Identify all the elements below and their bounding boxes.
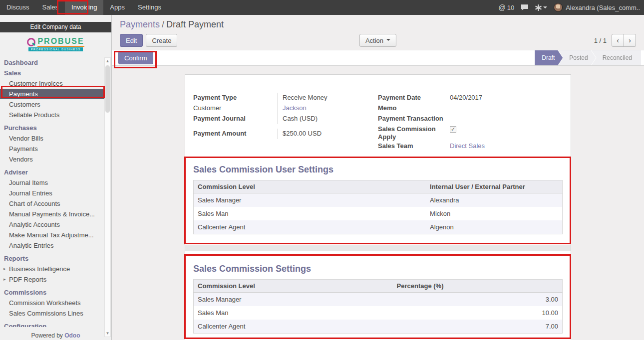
breadcrumb-separator: /: [162, 19, 164, 29]
edit-company-button[interactable]: Edit Company data: [0, 22, 111, 32]
chevron-down-icon: [543, 6, 547, 10]
state-draft[interactable]: Draft: [535, 50, 563, 65]
sidebar-item-pdf-reports[interactable]: ▸ PDF Reports: [0, 274, 104, 285]
payment-transaction-value: [448, 114, 563, 124]
sidebar-item-manual-tax-adjustment[interactable]: Make Manual Tax Adjustme...: [0, 230, 104, 240]
commission-settings-table: Commission Level Percentage (%) Sales Ma…: [193, 279, 563, 334]
table-row[interactable]: Sales Manager 3.00: [194, 293, 563, 307]
confirm-button[interactable]: Confirm: [118, 51, 153, 64]
cell-percentage: 3.00: [393, 293, 563, 307]
powered-by: Powered by Odoo: [0, 332, 111, 339]
sales-team-link[interactable]: Direct Sales: [450, 142, 485, 150]
sidebar-heading-purchases[interactable]: Purchases: [0, 123, 104, 133]
sidebar-item-commission-worksheets[interactable]: Commission Worksheets: [0, 298, 104, 308]
mentions-button[interactable]: @ 10: [498, 3, 514, 11]
column-header-commission-level[interactable]: Commission Level: [194, 280, 393, 293]
activity-menu-button[interactable]: [535, 4, 547, 11]
sidebar-item-customer-invoices[interactable]: Customer Invoices: [0, 78, 104, 89]
sidebar-item-customers[interactable]: Customers: [0, 99, 104, 110]
sidebar-item-vendors[interactable]: Vendors: [0, 154, 104, 165]
create-button[interactable]: Create: [146, 34, 177, 47]
sidebar-heading-dashboard[interactable]: Dashboard: [0, 57, 104, 68]
customer-link[interactable]: Jackson: [283, 104, 307, 112]
table-row[interactable]: Sales Man 10.00: [194, 306, 563, 320]
control-panel: Payments/Draft Payment Edit Create Actio…: [112, 15, 644, 50]
sidebar-item-vendor-bills[interactable]: Vendor Bills: [0, 133, 104, 144]
edit-button[interactable]: Edit: [120, 34, 143, 47]
odoo-link[interactable]: Odoo: [64, 332, 80, 339]
state-posted[interactable]: Posted: [558, 50, 596, 65]
column-header-internal-user[interactable]: Internal User / External Partner: [426, 180, 562, 193]
sidebar-scrollbar[interactable]: ▲ ▼: [104, 57, 111, 337]
action-caret-icon: [386, 39, 390, 43]
field-memo: Memo: [378, 103, 563, 114]
user-menu[interactable]: Alexandra (Sales_comm..: [554, 3, 640, 12]
scroll-up-icon[interactable]: ▲: [105, 58, 110, 64]
table-row[interactable]: Sales Man Mickon: [194, 207, 563, 220]
sidebar-item-payments[interactable]: Payments: [0, 89, 104, 99]
user-settings-title: Sales Commission User Settings: [193, 165, 563, 175]
sidebar-heading-sales[interactable]: Sales: [0, 68, 104, 78]
column-header-percentage[interactable]: Percentage (%): [393, 280, 563, 293]
breadcrumb: Payments/Draft Payment: [120, 19, 636, 30]
table-row[interactable]: Callcenter Agent Algenon: [194, 220, 563, 234]
sales-team-label: Sales Team: [378, 141, 448, 152]
form-view: Payment Type Receive Money Customer Jack…: [112, 66, 644, 340]
powered-by-text: Powered by: [31, 332, 62, 339]
messages-button[interactable]: [521, 4, 529, 11]
table-row[interactable]: Sales Manager Alexandra: [194, 193, 563, 207]
action-dropdown[interactable]: Action: [359, 34, 396, 47]
sidebar-heading-reports[interactable]: Reports: [0, 253, 104, 264]
sidebar-item-journal-entries[interactable]: Journal Entries: [0, 188, 104, 198]
sales-commission-apply-label: Sales Commission Apply: [378, 124, 448, 141]
cell-commission-level: Callcenter Agent: [194, 220, 426, 234]
sidebar-item-journal-items[interactable]: Journal Items: [0, 177, 104, 188]
main-area: Payments/Draft Payment Edit Create Actio…: [112, 15, 644, 340]
topbar-item-invoicing[interactable]: Invoicing: [65, 0, 103, 15]
sidebar-item-manual-payments[interactable]: Manual Payments & Invoice...: [0, 209, 104, 219]
breadcrumb-payments-link[interactable]: Payments: [120, 19, 160, 29]
sales-commission-apply-checkbox[interactable]: [450, 126, 456, 133]
statusbar: Confirm Draft Posted Reconciled: [112, 50, 644, 66]
field-sales-commission-apply: Sales Commission Apply: [378, 124, 563, 141]
sidebar-item-sellable-products[interactable]: Sellable Products: [0, 110, 104, 120]
scrollbar-thumb[interactable]: [105, 65, 110, 113]
cell-percentage: 10.00: [393, 306, 563, 320]
sidebar-item-analytic-entries[interactable]: Analytic Entries: [0, 240, 104, 251]
payment-amount-value: $250.00 USD: [277, 129, 378, 139]
payment-journal-label: Payment Journal: [193, 114, 277, 124]
payment-journal-value: Cash (USD): [277, 114, 378, 124]
state-reconciled[interactable]: Reconciled: [592, 50, 641, 65]
asterisk-icon: [535, 4, 542, 11]
cell-percentage: 7.00: [393, 320, 563, 334]
sidebar-heading-adviser[interactable]: Adviser: [0, 167, 104, 177]
payment-type-value: Receive Money: [277, 93, 378, 103]
table-row[interactable]: Callcenter Agent 7.00: [194, 320, 563, 334]
sidebar-item-business-intelligence[interactable]: ▸ Business Intelligence: [0, 264, 104, 274]
topbar-item-discuss[interactable]: Discuss: [0, 0, 36, 15]
topbar-item-apps[interactable]: Apps: [103, 0, 131, 15]
sidebar-item-chart-of-accounts[interactable]: Chart of Accounts: [0, 198, 104, 209]
payment-type-label: Payment Type: [193, 93, 277, 103]
sidebar-item-purchase-payments[interactable]: Payments: [0, 144, 104, 154]
logo-subtext: PROFESSIONAL BUSINESS: [28, 47, 83, 51]
action-label: Action: [365, 37, 383, 44]
pager: 1 / 1 ‹ ›: [594, 34, 636, 47]
pager-previous-button[interactable]: ‹: [612, 34, 624, 47]
column-header-commission-level[interactable]: Commission Level: [194, 180, 426, 193]
expand-caret-icon: ▸: [3, 264, 6, 274]
pager-next-button[interactable]: ›: [624, 34, 636, 47]
topbar-item-sales[interactable]: Sales: [36, 0, 65, 15]
field-customer: Customer Jackson: [193, 103, 378, 114]
cell-commission-level: Sales Man: [194, 207, 426, 220]
payment-transaction-label: Payment Transaction: [378, 114, 448, 124]
sidebar-item-sales-commissions-lines[interactable]: Sales Commissions Lines: [0, 308, 104, 319]
commission-settings-title: Sales Commission Settings: [193, 264, 563, 274]
sidebar-item-analytic-accounts[interactable]: Analytic Accounts: [0, 219, 104, 230]
action-button[interactable]: Action: [359, 34, 396, 47]
sidebar-heading-configuration[interactable]: Configuration: [0, 321, 104, 327]
payment-amount-label: Payment Amount: [193, 129, 277, 139]
topbar-item-settings[interactable]: Settings: [131, 0, 168, 15]
chat-icon: [521, 4, 529, 11]
sidebar-heading-commissions[interactable]: Commissions: [0, 287, 104, 298]
